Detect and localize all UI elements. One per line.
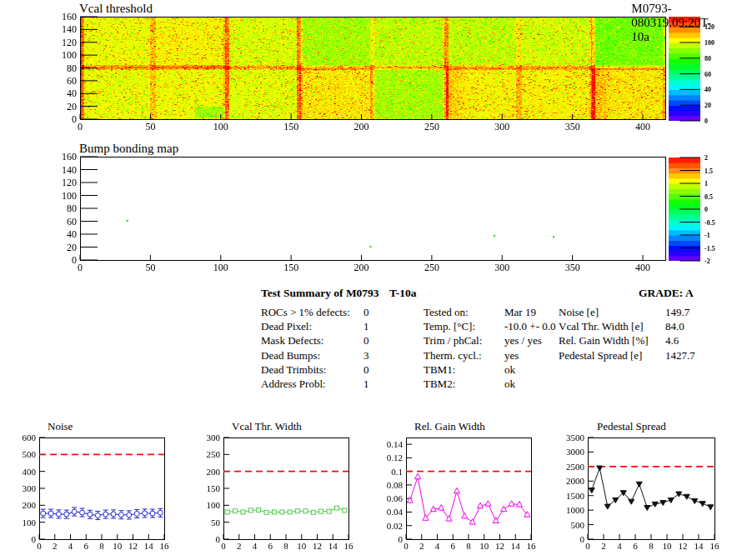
svg-text:600: 600: [23, 432, 37, 442]
svg-text:0.06: 0.06: [387, 493, 404, 503]
svg-text:300: 300: [494, 121, 509, 132]
summary-row-value: 1: [363, 320, 369, 332]
svg-text:-1: -1: [704, 232, 710, 239]
summary-row-label: Dead Pixel:: [261, 320, 363, 333]
summary-row-label: Mask Defects:: [261, 334, 363, 348]
svg-text:8: 8: [283, 541, 288, 551]
svg-text:0: 0: [72, 254, 77, 266]
svg-text:100: 100: [62, 49, 77, 61]
summary-row-label: Temp. [°C]:: [424, 320, 504, 333]
svg-text:200: 200: [354, 121, 369, 132]
summary-row: Dead Bumps:3: [261, 349, 369, 363]
svg-text:4: 4: [68, 541, 73, 551]
svg-text:12: 12: [313, 541, 322, 551]
summary-conditions-column: Tested on:Mar 19Temp. [°C]:-10.0 +- 0.0T…: [424, 306, 556, 392]
svg-text:60: 60: [704, 71, 711, 78]
svg-text:350: 350: [565, 121, 580, 132]
svg-text:0: 0: [221, 541, 226, 551]
gain-width-plot-title: Rel. Gain Width: [414, 420, 485, 433]
svg-text:16: 16: [527, 541, 537, 551]
svg-text:50: 50: [145, 121, 155, 132]
summary-row-value: 84.0: [665, 320, 684, 332]
svg-text:-2: -2: [704, 258, 710, 265]
svg-text:100: 100: [62, 190, 77, 202]
summary-row-value: 4.6: [665, 334, 679, 347]
svg-text:20: 20: [67, 101, 77, 112]
svg-text:300: 300: [494, 262, 509, 273]
summary-row-value: 1427.7: [665, 349, 695, 362]
summary-row-label: TBM2:: [424, 378, 504, 391]
summary-row-label: Trim / phCal:: [424, 334, 504, 348]
svg-text:2: 2: [237, 541, 242, 551]
pedestal-plot-title: Pedestal Spread: [597, 420, 666, 433]
svg-text:160: 160: [62, 11, 77, 22]
svg-text:80: 80: [67, 62, 77, 74]
svg-text:2000: 2000: [566, 476, 585, 486]
summary-row: Tested on:Mar 19: [424, 306, 556, 320]
bump-map-title: Bump bonding map: [79, 142, 178, 156]
summary-row-label: Therm. cycl.:: [424, 349, 504, 362]
summary-title: Test Summary of M0793: [261, 287, 379, 300]
svg-text:150: 150: [283, 262, 298, 273]
summary-row-value: -10.0 +- 0.0: [504, 320, 556, 332]
summary-row-value: 149.7: [665, 306, 689, 318]
svg-text:6: 6: [84, 541, 89, 551]
svg-text:50: 50: [145, 262, 155, 273]
svg-text:14: 14: [694, 541, 704, 551]
summary-row: Address Probl:1: [261, 378, 369, 392]
svg-text:250: 250: [207, 449, 221, 459]
svg-text:0: 0: [32, 534, 37, 544]
svg-text:6: 6: [633, 541, 638, 551]
summary-row-value: yes / yes: [504, 334, 542, 347]
summary-subtitle: T-10a: [389, 287, 417, 300]
svg-text:4: 4: [435, 541, 440, 551]
svg-text:20: 20: [67, 242, 77, 253]
svg-text:0: 0: [704, 206, 708, 213]
svg-text:10: 10: [297, 541, 307, 551]
svg-text:-0.5: -0.5: [704, 219, 715, 227]
svg-text:4: 4: [617, 541, 622, 551]
svg-text:12: 12: [128, 541, 138, 551]
svg-text:16: 16: [160, 541, 170, 551]
summary-row-label: Vcal Thr. Width [e]: [559, 320, 665, 333]
summary-row-value: 0: [363, 306, 369, 318]
svg-text:-1.5: -1.5: [704, 245, 715, 252]
summary-row: TBM1:ok: [424, 363, 556, 378]
svg-text:200: 200: [23, 500, 37, 510]
svg-text:200: 200: [354, 262, 369, 273]
svg-text:8: 8: [466, 541, 471, 551]
svg-text:300: 300: [207, 432, 221, 442]
noise-plot-title: Noise: [48, 420, 73, 433]
module-id-title: M0793-080319.09:20T-10a: [631, 2, 711, 44]
svg-text:140: 140: [62, 164, 77, 176]
summary-row-label: TBM1:: [424, 363, 504, 377]
summary-row-value: Mar 19: [504, 306, 536, 318]
svg-text:4: 4: [253, 541, 258, 551]
summary-row: Noise [e]149.7: [559, 306, 695, 320]
svg-text:0.14: 0.14: [387, 439, 404, 449]
svg-text:1500: 1500: [566, 491, 585, 501]
summary-row: ROCs > 1% defects:0: [261, 306, 369, 320]
svg-text:80: 80: [704, 55, 711, 62]
svg-text:500: 500: [571, 520, 585, 530]
svg-text:0: 0: [72, 113, 77, 125]
summary-row-value: 0: [363, 363, 369, 376]
summary-row-label: Dead Bumps:: [261, 349, 363, 362]
svg-text:0: 0: [704, 118, 708, 125]
svg-text:0: 0: [585, 541, 590, 551]
svg-text:12: 12: [495, 541, 504, 551]
svg-text:120: 120: [62, 37, 77, 48]
svg-text:200: 200: [207, 467, 221, 477]
svg-text:16: 16: [344, 541, 354, 551]
svg-text:250: 250: [424, 262, 439, 273]
svg-text:0: 0: [399, 534, 404, 544]
summary-row: Temp. [°C]:-10.0 +- 0.0: [424, 320, 556, 334]
svg-text:1.5: 1.5: [704, 168, 713, 175]
summary-row: Trim / phCal:yes / yes: [424, 334, 556, 348]
svg-text:150: 150: [207, 483, 221, 493]
summary-row-label: Tested on:: [424, 306, 504, 319]
summary-row: Rel. Gain Width [%]4.6: [559, 334, 695, 348]
summary-row-label: ROCs > 1% defects:: [261, 306, 363, 319]
vcal-map-title: Vcal threshold: [79, 2, 153, 16]
svg-text:0: 0: [78, 262, 83, 273]
